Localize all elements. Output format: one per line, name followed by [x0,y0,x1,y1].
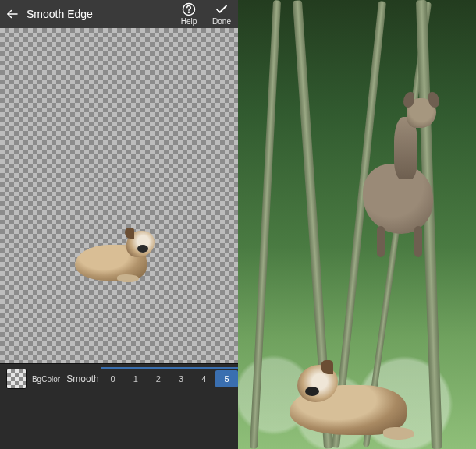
footer-space [0,394,238,449]
composite-preview [238,0,476,449]
slider-track [101,367,238,369]
smooth-slider[interactable]: 0 1 2 3 4 5 [101,364,238,394]
bgcolor-label: BgColor [31,375,61,384]
tick-1[interactable]: 1 [124,374,147,384]
done-label: Done [212,17,231,26]
back-button[interactable] [0,7,25,21]
page-title: Smooth Edge [25,8,172,20]
done-button[interactable]: Done [205,2,238,26]
bgcolor-swatch[interactable] [6,369,27,389]
arrow-left-icon [5,7,20,21]
help-button[interactable]: Help [172,2,205,26]
composited-subject [290,365,422,443]
tick-3[interactable]: 3 [170,374,193,384]
tick-4[interactable]: 4 [193,374,215,384]
editing-canvas[interactable] [0,28,238,363]
help-icon [182,2,196,16]
transparency-checker [0,28,238,363]
header-bar: Smooth Edge Help Done [0,0,238,28]
cutout-subject[interactable] [75,231,153,284]
check-icon [215,2,229,16]
smooth-label: Smooth [64,373,101,384]
app-root: Smooth Edge Help Done BgColor S [0,0,476,449]
svg-point-2 [188,12,189,12]
tick-5[interactable]: 5 [215,370,238,387]
tick-0[interactable]: 0 [101,374,124,384]
deer [347,94,449,257]
tick-2[interactable]: 2 [147,374,169,384]
smooth-slider-row: BgColor Smooth 0 1 2 3 4 5 [0,363,238,394]
editor-pane: Smooth Edge Help Done BgColor S [0,0,238,449]
help-label: Help [181,17,197,26]
